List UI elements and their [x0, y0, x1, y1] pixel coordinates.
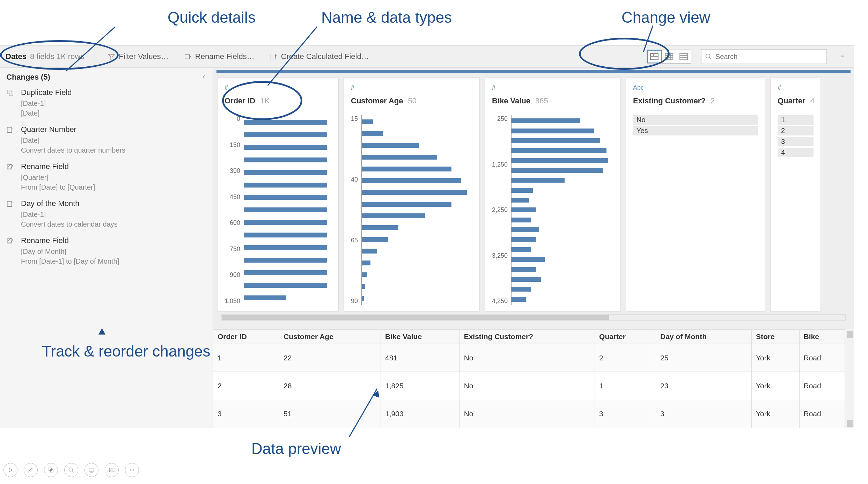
- profile-card-bike[interactable]: # Bike Value865 2501,2502,2503,2504,250: [485, 78, 621, 311]
- card-title: Bike Value: [492, 96, 530, 105]
- table-row[interactable]: 2281,825No123YorkRoad: [213, 372, 845, 400]
- svg-point-7: [706, 54, 710, 58]
- change-title: Rename Field: [21, 236, 206, 245]
- cell: 3: [595, 400, 656, 428]
- view-profile-button[interactable]: [647, 50, 662, 63]
- create-calculated-field-button[interactable]: Create Calculated Field…: [267, 50, 372, 63]
- svg-rect-3: [654, 53, 658, 56]
- change-item[interactable]: Duplicate Field [Date-1] [Date]: [6, 88, 206, 118]
- category-row[interactable]: 1: [778, 115, 814, 125]
- cell: No: [459, 372, 595, 400]
- footer-icon-row: [3, 463, 139, 477]
- expand-chevron[interactable]: [837, 53, 848, 60]
- card-title: Customer Age: [351, 96, 403, 105]
- footer-more-button[interactable]: [125, 463, 139, 477]
- footer-image-button[interactable]: [105, 463, 119, 477]
- svg-rect-0: [185, 54, 190, 59]
- change-title: Quarter Number: [21, 125, 206, 134]
- svg-point-20: [132, 470, 133, 471]
- cell: 1: [213, 344, 279, 372]
- calc-icon: [6, 200, 16, 229]
- column-header[interactable]: Quarter: [595, 330, 656, 344]
- cell: York: [752, 344, 799, 372]
- svg-rect-6: [680, 53, 687, 60]
- category-row[interactable]: 3: [778, 137, 814, 146]
- footer-play-button[interactable]: [3, 463, 17, 477]
- cell: 51: [279, 400, 381, 428]
- column-header[interactable]: Order ID: [213, 330, 279, 344]
- change-sub: From [Date-1] to [Day of Month]: [21, 256, 206, 266]
- cell: No: [459, 400, 595, 428]
- cards-hscrollbar[interactable]: [221, 314, 846, 321]
- chevron-down-icon: [839, 53, 846, 59]
- change-sub: Convert dates to quarter numbers: [21, 145, 206, 155]
- column-header[interactable]: Store: [752, 330, 799, 344]
- search-box[interactable]: [701, 49, 827, 64]
- cell: 25: [656, 344, 752, 372]
- profile-card-age[interactable]: # Customer Age50 15406590: [344, 78, 480, 311]
- rename-fields-button[interactable]: Rename Fields…: [181, 50, 257, 63]
- card-count: 2: [711, 96, 715, 105]
- change-sub: [Date-1]: [21, 98, 206, 108]
- column-header[interactable]: Customer Age: [279, 330, 381, 344]
- cell: 23: [656, 372, 752, 400]
- view-switcher: [647, 50, 691, 64]
- search-input[interactable]: [715, 53, 823, 61]
- change-title: Day of the Month: [21, 199, 206, 208]
- change-title: Duplicate Field: [21, 88, 206, 97]
- svg-rect-4: [650, 57, 658, 60]
- footer-copy-button[interactable]: [44, 463, 58, 477]
- card-title: Order ID: [225, 96, 255, 105]
- category-row[interactable]: 2: [778, 126, 814, 135]
- chevron-left-icon: [201, 74, 206, 79]
- cell: 3: [213, 400, 279, 428]
- grid-vscrollbar[interactable]: [845, 329, 854, 428]
- annotation-change-view: Change view: [621, 9, 710, 26]
- profile-card-quarter[interactable]: # Quarter4 1234: [770, 78, 821, 311]
- category-row[interactable]: 4: [778, 148, 814, 157]
- change-item[interactable]: Day of the Month [Date-1] Convert dates …: [6, 199, 206, 229]
- type-indicator: Abc: [633, 84, 758, 91]
- search-icon: [705, 53, 712, 60]
- footer-monitor-button[interactable]: [84, 463, 98, 477]
- sidebar-collapse-button[interactable]: [201, 74, 206, 81]
- cell: 22: [279, 344, 381, 372]
- column-header[interactable]: Bike Value: [381, 330, 460, 344]
- card-count: 4: [810, 96, 814, 105]
- change-item[interactable]: Rename Field [Day of Month] From [Date-1…: [6, 236, 206, 266]
- cell: York: [752, 400, 799, 428]
- card-count: 1K: [260, 96, 270, 105]
- view-list-button[interactable]: [676, 50, 691, 63]
- footer-zoom-button[interactable]: [64, 463, 78, 477]
- change-title: Rename Field: [21, 162, 206, 171]
- svg-rect-17: [89, 468, 94, 471]
- column-header[interactable]: Day of Month: [656, 330, 752, 344]
- change-item[interactable]: Rename Field [Quarter] From [Date] to [Q…: [6, 162, 206, 192]
- rename-icon: [184, 53, 192, 60]
- category-row[interactable]: Yes: [633, 126, 758, 135]
- card-chart: 1234: [778, 115, 814, 305]
- cell: Road: [799, 344, 845, 372]
- profile-card-orderid[interactable]: # Order ID1K 01503004506007509001,050: [217, 78, 339, 311]
- main-panel: # Order ID1K 01503004506007509001,050# C…: [213, 68, 854, 428]
- category-row[interactable]: No: [633, 115, 758, 125]
- change-item[interactable]: Quarter Number [Date] Convert dates to q…: [6, 125, 206, 155]
- column-header[interactable]: Bike: [799, 330, 845, 344]
- card-count: 865: [535, 96, 548, 105]
- rename-icon: [6, 237, 16, 266]
- table-row[interactable]: 3511,903No33YorkRoad: [213, 400, 845, 428]
- view-grid-button[interactable]: [662, 50, 676, 63]
- cell: 481: [381, 344, 460, 372]
- footer-edit-button[interactable]: [24, 463, 38, 477]
- card-title: Quarter: [778, 96, 805, 105]
- cell: 3: [656, 400, 752, 428]
- annotation-name-types: Name & data types: [321, 9, 452, 26]
- profile-card-exist[interactable]: Abc Existing Customer?2 NoYes: [626, 78, 765, 311]
- create-calc-icon: [270, 53, 278, 60]
- column-header[interactable]: Existing Customer?: [459, 330, 595, 344]
- change-sub: From [Date] to [Quarter]: [21, 182, 206, 192]
- filter-values-button[interactable]: Filter Values…: [105, 50, 171, 63]
- change-sub: Convert dates to calendar days: [21, 219, 206, 229]
- change-sub: [Date-1]: [21, 210, 206, 219]
- table-row[interactable]: 122481No225YorkRoad: [213, 344, 845, 372]
